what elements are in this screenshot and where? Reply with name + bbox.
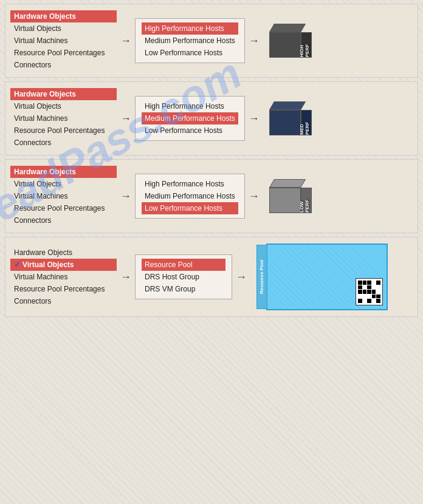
options-box: High Performance HostsMedium Performance…	[135, 96, 245, 141]
nav-item-4[interactable]: Connectors	[10, 295, 117, 307]
diagram-panel-1: Hardware ObjectsVirtual ObjectsVirtual M…	[5, 4, 418, 78]
server-icon: HIGH PERF	[263, 19, 318, 62]
option-item-0[interactable]: High Performance Hosts	[142, 100, 238, 112]
qr-code	[356, 278, 383, 305]
option-item-1[interactable]: Medium Performance Hosts	[142, 35, 238, 47]
nav-item-3[interactable]: Resource Pool Percentages	[10, 202, 117, 214]
arrow-right-icon: →	[249, 35, 260, 47]
arrow-right-icon: →	[249, 112, 260, 125]
diagram-panel-4: Hardware ObjectsVirtual ObjectsVirtual M…	[5, 237, 418, 317]
nav-item-4[interactable]: Connectors	[10, 137, 117, 149]
nav-item-3[interactable]: Resource Pool Percentages	[10, 124, 117, 137]
nav-list: Hardware ObjectsVirtual ObjectsVirtual M…	[10, 88, 117, 149]
nav-item-1[interactable]: Virtual Objects	[10, 22, 117, 35]
server-label: MED PERF	[299, 112, 310, 135]
nav-item-0[interactable]: Hardware Objects	[10, 10, 117, 22]
diagram-panel-3: Hardware ObjectsVirtual ObjectsVirtual M…	[5, 159, 418, 233]
nav-list: Hardware ObjectsVirtual ObjectsVirtual M…	[10, 247, 117, 307]
option-item-1[interactable]: DRS Host Group	[142, 271, 225, 283]
arrow-left-icon: →	[120, 190, 131, 203]
nav-item-0[interactable]: Hardware Objects	[10, 88, 117, 100]
panels-container: Hardware ObjectsVirtual ObjectsVirtual M…	[0, 4, 423, 317]
option-item-1[interactable]: Medium Performance Hosts	[142, 190, 238, 202]
nav-list: Hardware ObjectsVirtual ObjectsVirtual M…	[10, 166, 117, 226]
resource-pool-label: Resource Pool	[256, 245, 267, 309]
nav-item-2[interactable]: Virtual Machines	[10, 35, 117, 47]
nav-item-2[interactable]: Virtual Machines	[10, 112, 117, 124]
arrow-left-icon: →	[120, 271, 131, 284]
nav-item-4[interactable]: Connectors	[10, 59, 117, 71]
resource-pool-box: Resource Pool	[266, 243, 388, 310]
option-item-2[interactable]: Low Performance Hosts	[142, 202, 238, 214]
nav-item-0[interactable]: Hardware Objects	[10, 166, 117, 178]
server-label: HIGH PERF	[299, 34, 310, 57]
option-item-2[interactable]: DRS VM Group	[142, 283, 225, 295]
nav-item-3[interactable]: Resource Pool Percentages	[10, 283, 117, 295]
server-icon: MED PERF	[263, 97, 318, 140]
options-box: High Performance HostsMedium Performance…	[135, 174, 245, 219]
nav-item-4[interactable]: Connectors	[10, 214, 117, 226]
option-item-0[interactable]: High Performance Hosts	[142, 178, 238, 190]
option-item-2[interactable]: Low Performance Hosts	[142, 47, 238, 59]
server-label: LOW PERF	[299, 189, 310, 213]
option-item-2[interactable]: Low Performance Hosts	[142, 124, 238, 137]
nav-item-1[interactable]: Virtual Objects	[10, 178, 117, 190]
diagram-panel-2: Hardware ObjectsVirtual ObjectsVirtual M…	[5, 81, 418, 155]
option-item-0[interactable]: Resource Pool	[142, 259, 225, 271]
arrow-left-icon: →	[120, 35, 131, 47]
nav-item-3[interactable]: Resource Pool Percentages	[10, 47, 117, 59]
nav-item-2[interactable]: Virtual Machines	[10, 190, 117, 202]
option-item-0[interactable]: High Performance Hosts	[142, 22, 238, 35]
arrow-left-icon: →	[120, 112, 131, 125]
nav-item-0[interactable]: Hardware Objects	[10, 247, 117, 259]
server-icon: LOW PERF	[263, 175, 318, 217]
option-item-1[interactable]: Medium Performance Hosts	[142, 112, 238, 124]
nav-item-1[interactable]: Virtual Objects	[10, 259, 117, 271]
options-box: High Performance HostsMedium Performance…	[135, 18, 245, 63]
nav-item-1[interactable]: Virtual Objects	[10, 100, 117, 112]
options-box: Resource PoolDRS Host GroupDRS VM Group	[135, 254, 232, 299]
arrow-right-icon: →	[249, 190, 260, 203]
nav-item-2[interactable]: Virtual Machines	[10, 271, 117, 283]
nav-list: Hardware ObjectsVirtual ObjectsVirtual M…	[10, 10, 117, 71]
arrow-right-icon: →	[236, 271, 247, 284]
